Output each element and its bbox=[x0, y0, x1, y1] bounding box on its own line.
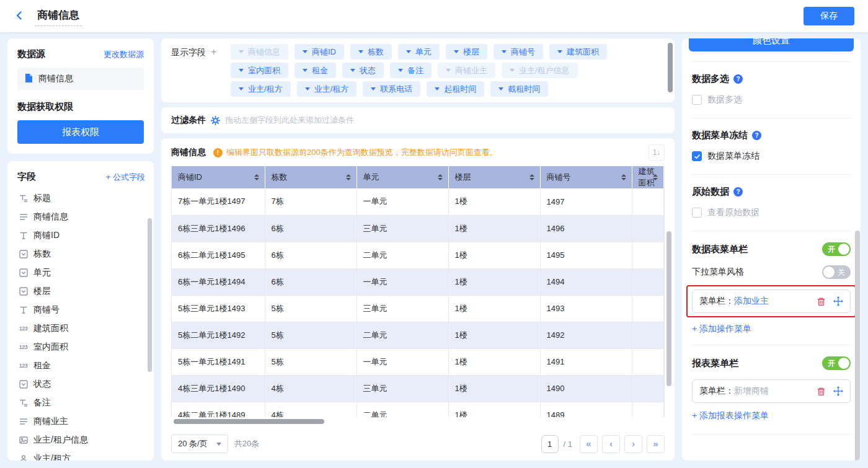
add-display-field-button[interactable]: + bbox=[211, 46, 216, 57]
move-icon[interactable] bbox=[833, 296, 843, 306]
text-field-icon bbox=[19, 231, 28, 240]
sort-caret-icon[interactable] bbox=[438, 174, 443, 180]
display-field-chip[interactable]: 商铺号 bbox=[494, 44, 543, 60]
table-column-header[interactable]: 商铺号 bbox=[540, 166, 632, 188]
report-menu-toggle[interactable]: 开 bbox=[822, 356, 851, 370]
display-field-chip[interactable]: 楼层 bbox=[446, 44, 487, 60]
page-number-input[interactable]: 1 bbox=[541, 435, 559, 453]
sort-caret-icon[interactable] bbox=[254, 174, 259, 180]
change-datasource-link[interactable]: 更改数据源 bbox=[104, 49, 144, 60]
trash-icon[interactable] bbox=[817, 387, 826, 396]
sort-caret-icon[interactable] bbox=[529, 174, 534, 180]
table-column-header[interactable]: 栋数 bbox=[265, 166, 356, 188]
dropdown-style-toggle[interactable]: 关 bbox=[822, 265, 851, 279]
add-formula-field-link[interactable]: + 公式字段 bbox=[106, 172, 145, 183]
chips-scrollbar-thumb[interactable] bbox=[668, 43, 673, 92]
table-menu-item-value[interactable]: 添加业主 bbox=[734, 296, 769, 307]
warning-text: 编辑界面只取数据源前200条作为查询数据预览，完整数据请访问页面查看。 bbox=[226, 147, 498, 158]
field-item[interactable]: 状态 bbox=[17, 375, 145, 394]
sort-caret-icon[interactable] bbox=[621, 174, 626, 180]
display-field-chip[interactable]: 截租时间 bbox=[490, 81, 548, 97]
field-item[interactable]: 商铺业主 bbox=[17, 412, 145, 431]
toggle-knob bbox=[838, 358, 849, 369]
checkbox-unchecked[interactable] bbox=[692, 95, 702, 105]
table-vscrollbar-thumb[interactable] bbox=[666, 231, 671, 386]
multi-select-checkbox-row[interactable]: 数据多选 bbox=[692, 94, 851, 105]
field-item[interactable]: 业主/租方 bbox=[17, 449, 145, 461]
help-icon[interactable]: ? bbox=[733, 187, 743, 196]
field-item[interactable]: 备注 bbox=[17, 394, 145, 412]
color-settings-button[interactable]: 颜色设置 bbox=[689, 38, 854, 51]
menu-freeze-checkbox-row[interactable]: 数据菜单冻结 bbox=[692, 151, 851, 162]
field-item[interactable]: 123租金 bbox=[17, 356, 145, 375]
title-field-icon bbox=[19, 399, 28, 407]
pager-last-button[interactable]: » bbox=[647, 435, 665, 453]
checkbox-unchecked[interactable] bbox=[692, 208, 702, 218]
table-column-header[interactable]: 楼层 bbox=[448, 166, 540, 188]
help-icon[interactable]: ? bbox=[752, 131, 761, 140]
field-item[interactable]: 楼层 bbox=[17, 282, 145, 301]
field-item[interactable]: 123建筑面积 bbox=[17, 319, 145, 338]
table-menu-toggle[interactable]: 开 bbox=[822, 242, 851, 256]
field-item[interactable]: 单元 bbox=[17, 263, 145, 282]
display-field-chip[interactable]: 状态 bbox=[342, 63, 384, 78]
pager-first-button[interactable]: « bbox=[580, 435, 598, 453]
report-permission-button[interactable]: 报表权限 bbox=[17, 120, 144, 144]
table-cell: 6栋二单元1楼1495 bbox=[172, 242, 265, 268]
raw-data-label: 查看原始数据 bbox=[707, 207, 760, 218]
trash-icon[interactable] bbox=[817, 297, 826, 306]
display-field-chip[interactable]: 建筑面积 bbox=[549, 44, 607, 60]
gear-icon[interactable] bbox=[211, 116, 220, 125]
display-field-chip[interactable]: 商铺ID bbox=[294, 44, 344, 60]
display-field-chip[interactable]: 联系电话 bbox=[363, 81, 420, 97]
field-item[interactable]: 商铺ID bbox=[17, 226, 145, 245]
sort-caret-icon[interactable] bbox=[653, 174, 658, 180]
settings-scrollbar-thumb[interactable] bbox=[855, 231, 860, 461]
move-icon[interactable] bbox=[833, 386, 843, 396]
field-label: 备注 bbox=[33, 397, 51, 408]
field-item[interactable]: 标题 bbox=[17, 189, 145, 208]
datasource-item[interactable]: 商铺信息 bbox=[17, 68, 144, 90]
display-field-chip[interactable]: 栋数 bbox=[350, 44, 392, 60]
display-field-chip[interactable]: 商铺信息 bbox=[231, 44, 288, 60]
table-cell: 1494 bbox=[540, 268, 632, 295]
field-item[interactable]: 业主/租户信息 bbox=[17, 431, 145, 449]
table-column-header[interactable]: 建筑面积 bbox=[632, 166, 664, 188]
save-button[interactable]: 保存 bbox=[804, 7, 854, 25]
pager-next-button[interactable]: › bbox=[624, 435, 642, 453]
display-field-chip[interactable]: 业主/租方 bbox=[231, 81, 291, 97]
field-item[interactable]: 商铺号 bbox=[17, 301, 145, 319]
table-cell: 4栋二单元1楼1489 bbox=[172, 402, 265, 417]
display-field-chip[interactable]: 室内面积 bbox=[231, 63, 288, 78]
add-action-menu-link[interactable]: + 添加操作菜单 bbox=[692, 324, 851, 335]
table-cell bbox=[632, 295, 664, 322]
field-item[interactable]: 栋数 bbox=[17, 245, 145, 263]
report-menu-item-row[interactable]: 菜单栏： 新增商铺 bbox=[692, 379, 851, 403]
page-size-select[interactable]: 20 条/页 bbox=[171, 435, 228, 453]
display-field-chip[interactable]: 租金 bbox=[294, 63, 336, 78]
sort-caret-icon[interactable] bbox=[346, 174, 351, 180]
table-menu-item-row[interactable]: 菜单栏： 添加业主 bbox=[692, 289, 851, 313]
display-field-chip[interactable]: 备注 bbox=[390, 63, 432, 78]
back-button[interactable] bbox=[14, 10, 25, 23]
select-field-icon bbox=[19, 268, 28, 277]
display-field-chip[interactable]: 业主/租方 bbox=[297, 81, 357, 97]
checkbox-checked[interactable] bbox=[692, 151, 702, 161]
field-item[interactable]: 123室内面积 bbox=[17, 338, 145, 356]
display-field-chips: 商铺信息商铺ID栋数单元楼层商铺号建筑面积室内面积租金状态备注商铺业主业主/租户… bbox=[231, 44, 607, 97]
fields-scrollbar-thumb[interactable] bbox=[148, 218, 152, 372]
field-item[interactable]: 商铺信息 bbox=[17, 208, 145, 226]
display-field-chip[interactable]: 业主/租户信息 bbox=[502, 63, 578, 78]
table-column-header[interactable]: 商铺ID bbox=[172, 166, 265, 188]
pager-prev-button[interactable]: ‹ bbox=[602, 435, 620, 453]
table-hscrollbar-thumb[interactable] bbox=[174, 419, 324, 424]
help-icon[interactable]: ? bbox=[733, 74, 743, 84]
display-field-chip[interactable]: 商铺业主 bbox=[438, 63, 495, 78]
display-field-chip[interactable]: 起租时间 bbox=[427, 81, 484, 97]
display-field-chip[interactable]: 单元 bbox=[398, 44, 440, 60]
report-menu-item-value[interactable]: 新增商铺 bbox=[734, 386, 769, 397]
sort-order-icon[interactable]: 1↓ bbox=[649, 144, 665, 161]
table-column-header[interactable]: 单元 bbox=[356, 166, 448, 188]
add-report-action-menu-link[interactable]: + 添加报表操作菜单 bbox=[692, 410, 851, 422]
raw-data-checkbox-row[interactable]: 查看原始数据 bbox=[692, 207, 851, 218]
